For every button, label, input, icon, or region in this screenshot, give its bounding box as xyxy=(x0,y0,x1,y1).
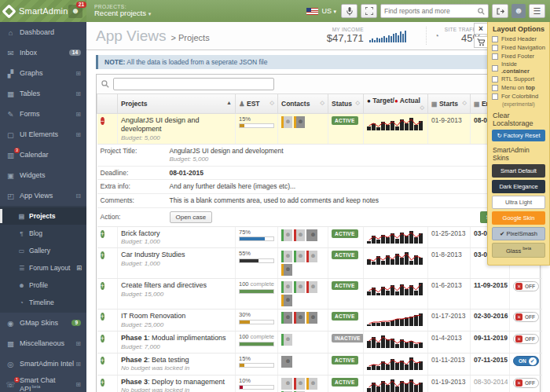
search-icon[interactable] xyxy=(478,8,485,15)
layout-option-fixed-navigation[interactable]: Fixed Navigation xyxy=(492,45,545,51)
expand-plus-icon[interactable]: ⊞ xyxy=(75,381,81,388)
header-search-input[interactable] xyxy=(384,7,478,15)
expand-row-button[interactable]: + xyxy=(101,379,104,387)
skin-button-pixelsmash[interactable]: ✔ PixelSmash xyxy=(492,227,545,240)
contact-avatar[interactable]: ☻ xyxy=(294,251,305,262)
contact-avatar[interactable]: ☻ xyxy=(306,229,317,241)
sidebar-item-timeline[interactable]: ◔Timeline xyxy=(0,294,86,311)
table-row[interactable]: +Phase 2: Beta testing No budget was loc… xyxy=(97,354,542,376)
table-row[interactable]: +Phase 1: Modual implimentations Budget:… xyxy=(97,332,542,354)
contact-avatar[interactable]: ☻ xyxy=(281,312,292,324)
logout-button[interactable] xyxy=(492,4,508,18)
checkbox[interactable] xyxy=(492,53,498,60)
contact-avatar[interactable]: ☻ xyxy=(281,229,292,241)
skin-button-google-skin[interactable]: Google Skin xyxy=(492,211,545,225)
sidebar-item-smartadmin-intel[interactable]: ◎SmartAdmin Intel⊞ xyxy=(0,354,86,374)
table-row[interactable]: −AngularJS UI design and development Bud… xyxy=(97,114,542,145)
collapse-minus-icon[interactable]: ⊟ xyxy=(75,192,81,200)
contact-avatar[interactable]: ☻ xyxy=(281,281,292,293)
tracked-toggle-off[interactable]: ×OFF xyxy=(513,281,539,291)
layout-option-menu-on[interactable]: Menu on top xyxy=(492,85,545,91)
contact-avatar[interactable]: ☻ xyxy=(281,334,292,346)
expand-plus-icon[interactable]: ⊞ xyxy=(76,264,82,272)
skin-button-dark-elegance[interactable]: Dark Elegance xyxy=(492,180,545,193)
expand-row-button[interactable]: + xyxy=(101,282,104,290)
collapse-row-button[interactable]: − xyxy=(101,117,104,125)
expand-row-button[interactable]: + xyxy=(101,335,104,343)
table-row[interactable]: +Brick factory Budget: 1,00075%☻☻☻ACTIVE… xyxy=(97,226,542,248)
sidebar-item-blog[interactable]: ¶Blog xyxy=(0,225,86,242)
contact-avatar[interactable]: ☻ xyxy=(281,356,292,368)
layout-option-fixed-header[interactable]: Fixed Header xyxy=(492,36,545,42)
checkbox[interactable] xyxy=(492,65,498,71)
contact-avatar[interactable]: ☻ xyxy=(306,378,317,390)
sidebar-item-profile[interactable]: ☻Profile xyxy=(0,277,86,294)
tracked-toggle-off[interactable]: ×OFF xyxy=(513,312,539,322)
contact-avatar[interactable]: ☻ xyxy=(294,281,305,293)
expand-plus-icon[interactable]: ⊞ xyxy=(75,90,81,97)
col-est[interactable]: ♟ EST◇ xyxy=(236,94,278,114)
checkbox[interactable] xyxy=(492,93,498,100)
language-dropdown[interactable]: US ▾ xyxy=(321,7,336,15)
col-projects[interactable]: Projects▲ xyxy=(118,94,236,114)
close-panel-button[interactable]: × xyxy=(474,23,487,35)
user-avatar[interactable]: ☻ xyxy=(512,4,526,18)
col-starts[interactable]: ▦ Starts◇ xyxy=(428,94,471,114)
expand-row-button[interactable]: + xyxy=(101,230,104,238)
menu-toggle-button[interactable]: ☰ xyxy=(529,4,545,18)
fullscreen-button[interactable] xyxy=(361,4,377,18)
checkbox[interactable] xyxy=(492,85,498,91)
sidebar-item-ui-elements[interactable]: ▢UI Elements⊞ xyxy=(0,124,86,145)
sidebar-item-miscellaneous[interactable]: ▩Miscellaneous⊞ xyxy=(0,333,86,354)
skin-button-glass[interactable]: Glass beta xyxy=(492,243,545,258)
activity-button[interactable]: ☻21 xyxy=(68,5,82,18)
sidebar-item-graphs[interactable]: ▞Graphs⊞ xyxy=(0,63,86,83)
contact-avatar[interactable]: ☻ xyxy=(281,264,292,276)
voice-command-button[interactable] xyxy=(341,4,358,18)
col-contacts[interactable]: Contacts◇ xyxy=(278,94,328,114)
sidebar-item-forum-layout[interactable]: ☰Forum Layout⊞ xyxy=(0,259,86,277)
open-case-button[interactable]: Open case xyxy=(170,211,213,223)
contact-avatar[interactable]: ☻ xyxy=(294,312,305,324)
factory-reset-button[interactable]: ↻ Factory Reset xyxy=(492,130,545,141)
contact-avatar[interactable]: ☻ xyxy=(306,251,317,262)
tracked-toggle-off[interactable]: ×OFF xyxy=(513,334,539,344)
layout-option-rtl-support[interactable]: RTL Support xyxy=(492,76,545,82)
expand-row-button[interactable]: + xyxy=(101,251,104,259)
layout-option-inside[interactable]: Inside .container xyxy=(492,61,545,75)
sidebar-item-tables[interactable]: ▦Tables⊞ xyxy=(0,83,86,104)
contact-avatar[interactable]: ☻ xyxy=(281,116,292,128)
expand-plus-icon[interactable]: ⊞ xyxy=(75,111,81,118)
table-row[interactable]: +Car Industry Studies Budget: 1,00055%☻☻… xyxy=(97,248,542,279)
expand-row-button[interactable]: + xyxy=(101,357,104,365)
sidebar-item-gmap-skins[interactable]: ◉GMap Skins9 xyxy=(0,313,86,333)
col-status[interactable]: Status◇ xyxy=(328,94,364,114)
table-filter-input[interactable] xyxy=(113,78,274,90)
layout-option-for-colorblind[interactable]: For Colorblind xyxy=(492,93,545,100)
sidebar-item-calendar[interactable]: ▥3Calendar xyxy=(0,145,86,165)
table-row[interactable]: +Phase 3: Deploy to management No budget… xyxy=(97,375,542,392)
contact-avatar[interactable]: ☻ xyxy=(306,312,317,324)
checkbox[interactable] xyxy=(492,36,498,42)
sidebar-item-widgets[interactable]: ▣Widgets xyxy=(0,165,86,185)
sidebar-item-forms[interactable]: ✎Forms⊞ xyxy=(0,104,86,124)
sidebar-item-dashboard[interactable]: ⌂Dashboard xyxy=(0,22,86,42)
sidebar-item-app-views[interactable]: ◰App Views⊟ xyxy=(0,185,86,206)
contact-avatar[interactable]: ☻ xyxy=(306,281,317,293)
sidebar-item-projects[interactable]: ▤Projects xyxy=(0,207,86,225)
expand-plus-icon[interactable]: ⊞ xyxy=(75,131,81,138)
contact-avatar[interactable]: ☻ xyxy=(281,295,292,306)
contact-avatar[interactable]: ☻ xyxy=(294,116,305,128)
sidebar-item-smart-chat-api[interactable]: ☏1Smart Chat APIbeta⊞ xyxy=(0,374,86,392)
tracked-toggle-on[interactable]: ON✔ xyxy=(513,356,539,366)
expand-row-button[interactable]: + xyxy=(101,313,104,321)
contact-avatar[interactable]: ☻ xyxy=(281,378,292,390)
contact-avatar[interactable]: ☻ xyxy=(294,378,305,390)
contact-avatar[interactable]: ☻ xyxy=(281,251,292,262)
table-row[interactable]: +Create filters and directives Budget: 1… xyxy=(97,279,542,310)
checkbox[interactable] xyxy=(492,76,498,82)
sidebar-item-inbox[interactable]: ✉Inbox14 xyxy=(0,42,86,63)
table-row[interactable]: +IT Room Renovation Budget: 25,00030%☻☻☻… xyxy=(97,310,542,332)
expand-plus-icon[interactable]: ⊞ xyxy=(75,361,81,368)
sidebar-item-gallery[interactable]: ▭Gallery xyxy=(0,242,86,259)
